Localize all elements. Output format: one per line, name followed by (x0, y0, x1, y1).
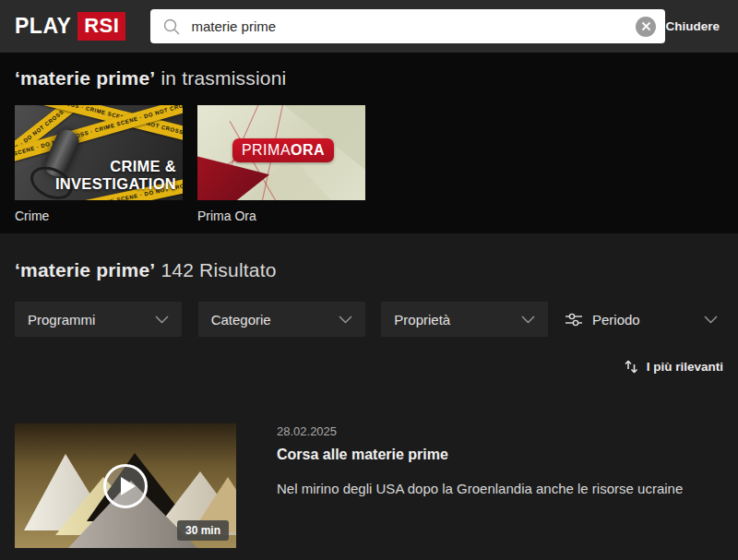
show-card-crime[interactable]: CRIME SCENE · DO NOT CROSS · CRIME SCENE… (15, 105, 183, 223)
play-button[interactable] (103, 464, 148, 508)
show-label-crime: Crime (15, 209, 183, 223)
filter-label: Proprietà (394, 312, 450, 328)
search-icon (162, 18, 181, 36)
filter-label: Categorie (211, 312, 271, 328)
shows-title-suffix: in trasmissioni (155, 67, 286, 89)
sort-arrows-icon (625, 359, 638, 375)
close-x-icon (641, 21, 651, 31)
play-icon (121, 477, 136, 495)
chevron-down-icon (521, 316, 535, 324)
prima-ora-thumbnail: PRIMAORA (197, 105, 365, 200)
search-box[interactable] (150, 9, 665, 43)
filters-row: Programmi Categorie Proprietà Per (15, 302, 723, 337)
sliders-icon (565, 312, 583, 328)
crime-art-line1: CRIME & (55, 158, 176, 174)
show-card-prima-ora[interactable]: PRIMAORA Prima Ora (197, 105, 365, 223)
top-bar: PLAY RSI Chiudere (0, 0, 738, 53)
result-description: Nel mirino degli USA dopo la Groenlandia… (277, 481, 683, 496)
show-thumbnails-row: CRIME SCENE · DO NOT CROSS · CRIME SCENE… (15, 105, 723, 223)
shows-title-query: ‘materie prime’ (15, 67, 155, 89)
crime-art-line2: INVESTIGATION (55, 175, 176, 192)
filter-dropdown-periodo[interactable]: Periodo (565, 302, 723, 337)
sort-control[interactable]: I più rilevanti (15, 357, 723, 375)
prima-ora-logo-badge: PRIMAORA (232, 138, 334, 162)
results-section-title: ‘materie prime’ 142 Risultato (15, 259, 723, 281)
logo-rsi-badge: RSI (77, 12, 125, 41)
crime-show-art-title: CRIME & INVESTIGATION (55, 158, 176, 192)
result-item[interactable]: 30 min 28.02.2025 Corsa alle materie pri… (15, 423, 723, 548)
result-thumbnail[interactable]: 30 min (15, 423, 236, 548)
shows-section-title: ‘materie prime’ in trasmissioni (15, 67, 723, 89)
results-section: ‘materie prime’ 142 Risultato Programmi … (0, 233, 738, 560)
close-search-link[interactable]: Chiudere (665, 19, 720, 33)
prima-ora-logo-word1: PRIMA (242, 142, 291, 159)
duration-badge: 30 min (177, 520, 229, 541)
crime-thumbnail: CRIME SCENE · DO NOT CROSS · CRIME SCENE… (15, 105, 183, 200)
result-title[interactable]: Corsa alle materie prime (277, 447, 683, 463)
result-date: 28.02.2025 (277, 424, 683, 438)
filter-dropdown-proprieta[interactable]: Proprietà (381, 302, 548, 337)
result-info: 28.02.2025 Corsa alle materie prime Nel … (277, 423, 683, 548)
chevron-down-icon (155, 316, 169, 324)
results-title-suffix: 142 Risultato (155, 259, 276, 280)
logo-play-text: PLAY (15, 14, 71, 39)
periodo-label-wrap: Periodo (565, 312, 640, 328)
chevron-down-icon (339, 316, 352, 324)
prima-ora-logo-word2: ORA (291, 142, 325, 159)
search-input[interactable] (191, 18, 625, 34)
filter-dropdown-categorie[interactable]: Categorie (198, 302, 365, 337)
filter-label: Periodo (592, 312, 640, 328)
filter-label: Programmi (28, 312, 95, 328)
shows-section: ‘materie prime’ in trasmissioni CRIME SC… (0, 53, 738, 233)
chevron-down-icon (704, 316, 718, 324)
filter-dropdown-programmi[interactable]: Programmi (15, 302, 182, 337)
sort-label: I più rilevanti (647, 360, 723, 374)
show-label-prima-ora: Prima Ora (197, 209, 365, 223)
play-rsi-logo[interactable]: PLAY RSI (15, 12, 125, 41)
clear-search-button[interactable] (636, 17, 656, 37)
results-title-query: ‘materie prime’ (15, 259, 155, 280)
